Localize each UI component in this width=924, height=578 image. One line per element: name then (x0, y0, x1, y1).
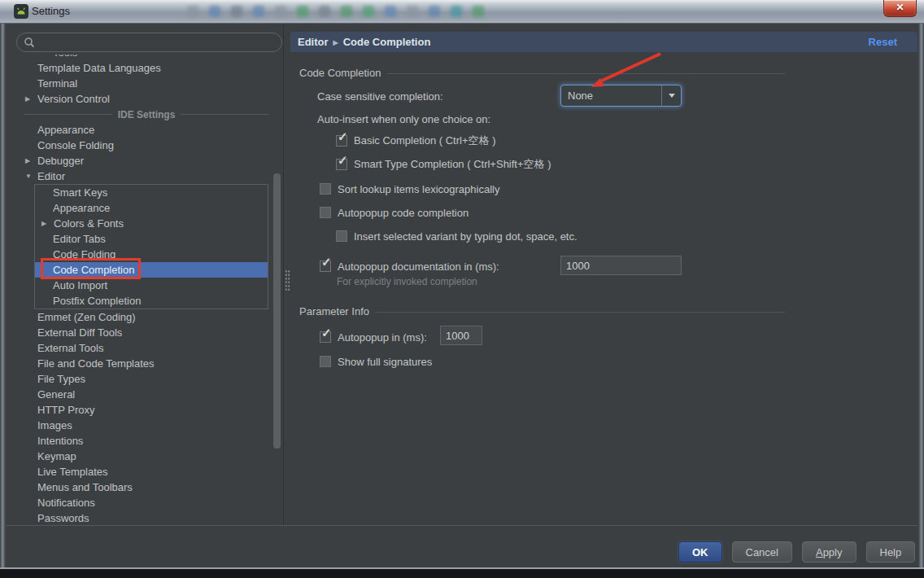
section-rule (387, 73, 785, 74)
checkbox-insert-selected-variant[interactable] (336, 230, 347, 242)
breadcrumb-code-completion: Code Completion (343, 36, 431, 48)
tree-collapsed-icon[interactable]: ▶ (24, 157, 37, 164)
tree-item-label: Passwords (37, 512, 89, 524)
tree-item-editor-tabs[interactable]: Editor Tabs (35, 231, 268, 247)
tree-item-label: Appearance (53, 202, 110, 214)
tree-item-label: Console Folding (37, 139, 114, 151)
ghost-icon (385, 6, 396, 17)
option-row-autopopup-code-completion: Autopopup code completion (320, 205, 469, 220)
editor-children-group: Smart KeysAppearance▶Colors & FontsEdito… (34, 184, 268, 309)
window-frame-bottom (0, 567, 924, 578)
ok-button[interactable]: OK (678, 541, 722, 563)
tree-item-code-folding[interactable]: Code Folding (35, 247, 268, 262)
ghost-icon (319, 6, 330, 17)
tree-item-label: Menus and Toolbars (37, 481, 133, 493)
option-row-autopopup-documentation-in: ✓Autopopup documentation in (ms): (320, 259, 499, 274)
checkmark-icon: ✓ (338, 154, 348, 166)
reset-link[interactable]: Reset (869, 36, 897, 48)
tree-item-external-diff-tools[interactable]: External Diff Tools (7, 325, 277, 340)
tree-item-version-control[interactable]: ▶Version Control (7, 91, 277, 107)
tree-item-terminal[interactable]: Terminal (7, 76, 277, 91)
title-bar: Settings (0, 0, 924, 24)
tree-item-file-types[interactable]: File Types (7, 371, 277, 387)
ghost-icon (231, 6, 242, 17)
tree-item-label: Colors & Fonts (54, 217, 124, 230)
search-input[interactable] (35, 37, 281, 49)
tree-item-label: Version Control (37, 93, 110, 105)
checkbox-sort-lookup-items[interactable] (320, 183, 331, 195)
tree-item-label: Postfix Completion (53, 295, 141, 307)
tree-item-label: Editor Tabs (53, 233, 106, 245)
splitter-grip[interactable] (285, 269, 290, 291)
tree-item-auto-import[interactable]: Auto Import (35, 278, 268, 293)
settings-search-box[interactable] (16, 33, 282, 52)
input-autopopup-in-ms[interactable] (440, 326, 482, 345)
tree-item-smart-keys[interactable]: Smart Keys (35, 185, 268, 200)
tree-item-postfix-completion[interactable]: Postfix Completion (35, 293, 268, 309)
tree-item-images[interactable]: Images (7, 418, 277, 433)
tree-item-menus-and-toolbars[interactable]: Menus and Toolbars (7, 479, 277, 495)
section-title: Parameter Info (299, 305, 369, 317)
option-row-smart-type-completion: ✓Smart Type Completion ( Ctrl+Shift+空格 ) (336, 157, 551, 172)
tree-item-keymap[interactable]: Keymap (7, 449, 277, 464)
checkbox-label: Insert selected variant by typing dot, s… (354, 230, 578, 243)
ghost-icon (209, 6, 220, 17)
tree-item-appearance[interactable]: Appearance (7, 122, 277, 138)
tree-item-external-tools[interactable]: External Tools (7, 340, 277, 356)
checkbox-basic-completion-ctrl[interactable]: ✓ (336, 135, 347, 147)
tree-item-debugger[interactable]: ▶Debugger (7, 153, 277, 169)
checkbox-autopopup-in-ms[interactable]: ✓ (320, 331, 331, 343)
checkbox-show-full-signatures[interactable] (320, 356, 331, 367)
breadcrumb-separator-icon: ▶ (333, 39, 338, 46)
apply-button[interactable]: Apply (802, 541, 856, 563)
tree-item-editor[interactable]: ▼Editor (7, 169, 277, 184)
auto-insert-label: Auto-insert when only one choice on: (317, 113, 490, 125)
sidebar-scrollbar[interactable] (273, 173, 281, 449)
checkbox-autopopup-documentation-in[interactable]: ✓ (320, 261, 331, 272)
tree-item-emmet-zen-coding[interactable]: Emmet (Zen Coding) (7, 309, 277, 325)
tree-item-label: Code Folding (53, 248, 116, 261)
tree-item-code-completion[interactable]: Code Completion (35, 262, 268, 278)
tree-item-colors-fonts[interactable]: ▶Colors & Fonts (35, 216, 268, 231)
tree-item-label: Template Data Languages (37, 62, 161, 74)
dropdown-arrow-button[interactable] (661, 85, 681, 106)
tree-item-console-folding[interactable]: Console Folding (7, 138, 277, 153)
tree-item-file-and-code[interactable]: File and Code Templates (7, 356, 277, 371)
ghost-icon (341, 6, 352, 17)
panel-divider (283, 24, 284, 525)
window-title: Settings (32, 5, 70, 17)
input-autopopup-documentation-in[interactable] (560, 256, 682, 275)
tree-item-http-proxy[interactable]: HTTP Proxy (7, 402, 277, 418)
case-sensitive-dropdown[interactable]: None (560, 85, 682, 107)
section-title: Code Completion (299, 67, 381, 79)
tree-item-passwords[interactable]: Passwords (7, 510, 277, 526)
checkbox-smart-type-completion[interactable]: ✓ (336, 159, 347, 170)
option-row-sort-lookup-items: Sort lookup items lexicographically (320, 182, 499, 196)
checkmark-icon: ✓ (338, 130, 348, 142)
option-row-insert-selected-variant: Insert selected variant by typing dot, s… (336, 229, 578, 243)
tree-item-live-templates[interactable]: Live Templates (7, 464, 277, 479)
tree-item-intentions[interactable]: Intentions (7, 433, 277, 449)
checkbox-label: Smart Type Completion ( Ctrl+Shift+空格 ) (354, 157, 551, 172)
checkbox-autopopup-code-completion[interactable] (320, 207, 331, 218)
case-sensitive-label: Case sensitive completion: (317, 90, 443, 103)
tree-item-label: Live Templates (37, 466, 107, 478)
tree-collapsed-icon[interactable]: ▶ (40, 220, 54, 227)
tree-collapsed-icon[interactable]: ▶ (24, 95, 37, 103)
checkbox-label: Autopopup documentation in (ms): (338, 261, 499, 273)
tree-item-label: File Types (37, 373, 85, 385)
settings-window: Settings ✕ ToolsTemplate Data LanguagesT… (0, 0, 924, 578)
cancel-button[interactable]: Cancel (732, 541, 792, 563)
checkbox-label: Show full signatures (338, 356, 432, 368)
tree-item-general[interactable]: General (7, 387, 277, 402)
tree-item-label: Notifications (37, 497, 95, 509)
close-button[interactable]: ✕ (883, 0, 917, 17)
tree-item-tools[interactable]: Tools (7, 55, 277, 60)
tree-item-appearance[interactable]: Appearance (35, 200, 268, 216)
checkbox-label: Basic Completion ( Ctrl+空格 ) (354, 134, 495, 148)
tree-expanded-icon[interactable]: ▼ (24, 173, 37, 180)
tree-item-template-data-languages[interactable]: Template Data Languages (7, 60, 277, 76)
help-button[interactable]: Help (866, 541, 916, 563)
tree-item-label: Images (37, 419, 72, 431)
tree-item-notifications[interactable]: Notifications (7, 495, 277, 510)
